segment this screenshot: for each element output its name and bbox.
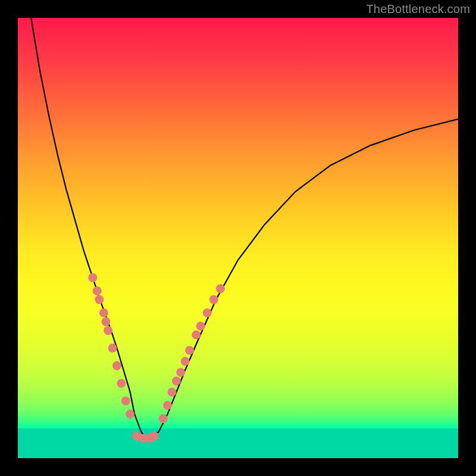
data-dot <box>192 330 201 339</box>
data-dot <box>163 401 172 410</box>
data-dot <box>104 326 112 335</box>
data-dot <box>216 284 225 293</box>
data-dot <box>196 322 205 331</box>
data-dot <box>117 379 126 388</box>
chart-stage: TheBottleneck.com <box>0 0 476 476</box>
data-dot <box>176 368 185 377</box>
data-dot <box>121 396 130 405</box>
data-dot <box>209 295 218 304</box>
v-curve-path <box>31 18 458 439</box>
watermark-text: TheBottleneck.com <box>366 2 470 16</box>
data-dot <box>108 344 117 353</box>
data-dot <box>181 357 190 366</box>
dot-group <box>88 273 225 443</box>
data-dot <box>112 361 121 370</box>
data-dot <box>168 388 177 397</box>
data-dot <box>93 286 102 295</box>
data-dot <box>99 308 108 317</box>
curve-layer <box>18 18 458 458</box>
data-dot <box>172 377 181 386</box>
data-dot <box>203 308 212 317</box>
data-dot <box>102 317 111 326</box>
data-dot <box>150 432 159 441</box>
data-dot <box>88 273 97 282</box>
plot-area <box>18 18 458 458</box>
data-dot <box>185 346 194 355</box>
data-dot <box>159 414 168 423</box>
data-dot <box>126 410 134 419</box>
data-dot <box>95 295 104 304</box>
